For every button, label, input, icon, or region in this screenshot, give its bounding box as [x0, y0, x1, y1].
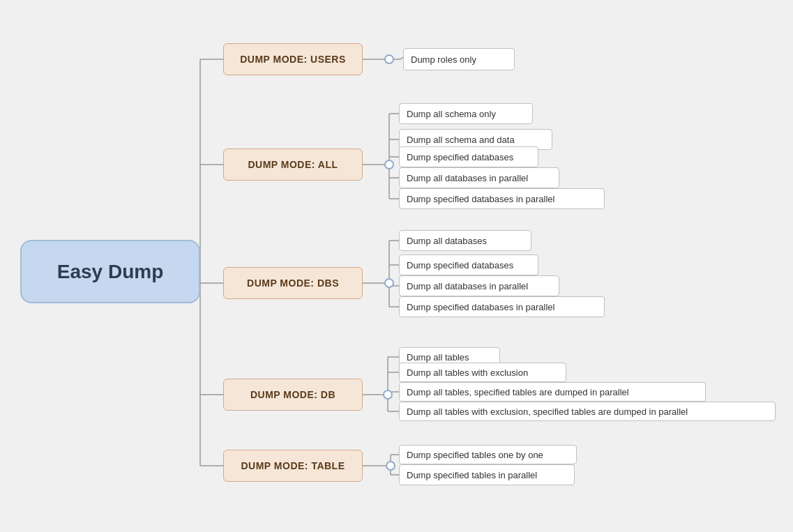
connector-dbs [384, 278, 394, 288]
leaf-dbs-3: Dump all databases in parallel [399, 275, 559, 296]
root-label: Easy Dump [57, 261, 164, 283]
leaf-dbs-1: Dump all databases [399, 230, 531, 251]
leaf-db-2: Dump all tables with exclusion [399, 363, 566, 382]
mode-all[interactable]: DUMP MODE: ALL [223, 149, 363, 181]
leaf-all-5: Dump specified databases in parallel [399, 188, 605, 209]
mode-users[interactable]: DUMP MODE: USERS [223, 43, 363, 75]
connector-all [384, 160, 394, 169]
leaf-dbs-4: Dump specified databases in parallel [399, 296, 605, 317]
connector-users [384, 54, 394, 64]
root-node: Easy Dump [20, 240, 200, 303]
leaf-db-4: Dump all tables with exclusion, specifie… [399, 402, 776, 421]
leaf-dbs-2: Dump specified databases [399, 254, 538, 275]
mode-users-label: DUMP MODE: USERS [240, 54, 346, 65]
mode-table-label: DUMP MODE: TABLE [241, 460, 345, 471]
mode-all-label: DUMP MODE: ALL [248, 159, 338, 170]
leaf-db-3: Dump all tables, specified tables are du… [399, 382, 706, 402]
leaf-table-1: Dump specified tables one by one [399, 445, 577, 464]
leaf-all-3: Dump specified databases [399, 146, 538, 167]
leaf-all-4: Dump all databases in parallel [399, 167, 559, 188]
mode-db-label: DUMP MODE: DB [250, 389, 335, 400]
connector-table [386, 461, 395, 471]
mode-dbs-label: DUMP MODE: DBS [247, 278, 339, 289]
mode-table[interactable]: DUMP MODE: TABLE [223, 450, 363, 482]
leaf-users-1: Dump roles only [403, 48, 515, 70]
leaf-all-1: Dump all schema only [399, 103, 533, 124]
mode-dbs[interactable]: DUMP MODE: DBS [223, 267, 363, 299]
connector-db [383, 390, 393, 400]
mode-db[interactable]: DUMP MODE: DB [223, 379, 363, 411]
leaf-table-2: Dump specified tables in parallel [399, 464, 575, 485]
